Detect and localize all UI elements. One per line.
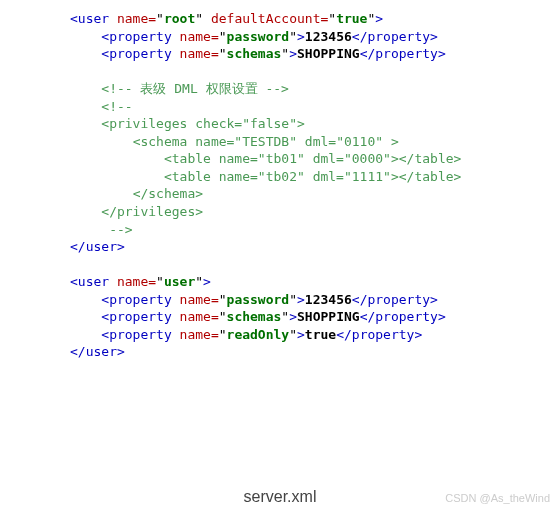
- u2p0-val: 123456: [305, 292, 352, 307]
- code-block: <user name="root" defaultAccount="true">…: [70, 10, 560, 361]
- t1-name: tb02: [266, 169, 297, 184]
- u2p2-name: readOnly: [227, 327, 290, 342]
- t0-dml: 0000: [352, 151, 383, 166]
- schema-name: TESTDB: [242, 134, 289, 149]
- u1p0-val: 123456: [305, 29, 352, 44]
- u1p0-name: password: [227, 29, 290, 44]
- u1p1-val: SHOPPING: [297, 46, 360, 61]
- u2p2-val: true: [305, 327, 336, 342]
- u1p1-name: schemas: [227, 46, 282, 61]
- t0-name: tb01: [266, 151, 297, 166]
- t1-dml: 1111: [352, 169, 383, 184]
- user2-name: user: [164, 274, 195, 289]
- u2p1-val: SHOPPING: [297, 309, 360, 324]
- schema-dml: 0110: [344, 134, 375, 149]
- u2p0-name: password: [227, 292, 290, 307]
- user1-default: true: [336, 11, 367, 26]
- u2p1-name: schemas: [227, 309, 282, 324]
- priv-check: false: [250, 116, 289, 131]
- watermark: CSDN @As_theWind: [445, 491, 550, 506]
- user1-name: root: [164, 11, 195, 26]
- comment-title: 表级 DML 权限设置: [140, 81, 257, 96]
